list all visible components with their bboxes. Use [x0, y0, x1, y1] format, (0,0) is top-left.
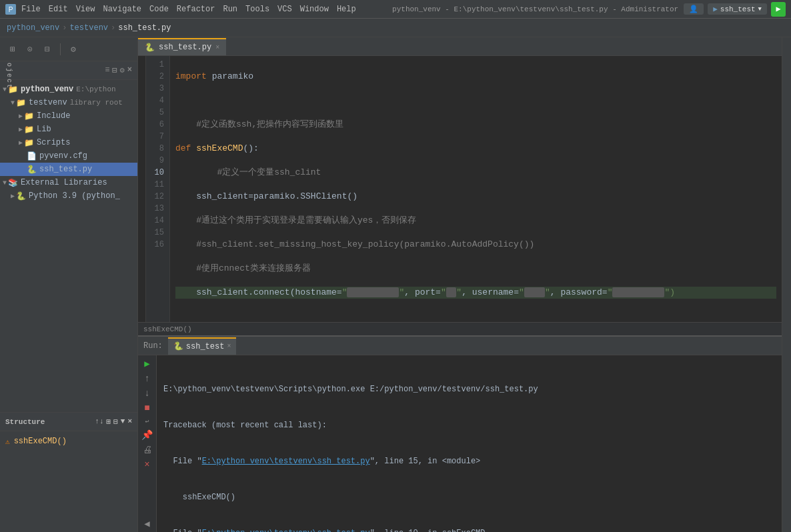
run-pin-btn[interactable]: 📌 — [141, 429, 153, 441]
folder-icon-include: 📁 — [24, 111, 34, 121]
structure-sort-icon[interactable]: ↑↓ — [95, 417, 103, 426]
project-sort-icon[interactable]: ≡ — [105, 65, 109, 75]
breadcrumb-testvenv[interactable]: testvenv — [69, 23, 108, 33]
project-panel: Project ≡ ⊟ ⚙ × ▼ 📁 python_venv E:\pytho… — [0, 61, 137, 412]
run-down-btn[interactable]: ↓ — [144, 388, 149, 399]
toolbar-settings-btn[interactable]: ⚙ — [66, 42, 81, 57]
code-content: 1 2 3 4 5 6 7 8 9 10 11 12 13 14 — [138, 56, 782, 322]
line-num-11: 11 — [151, 179, 164, 191]
project-close-icon[interactable]: × — [127, 65, 132, 75]
structure-label: Structure — [5, 418, 45, 426]
structure-header-icons: ↑↓ ⊞ ⊟ ▼ × — [95, 417, 132, 426]
menu-view[interactable]: View — [76, 5, 95, 14]
folder-icon-lib: 📁 — [24, 125, 34, 135]
tree-label-ssh-test: ssh_test.py — [39, 165, 92, 174]
run-panel: Run: 🐍 ssh_test × ▶ ↑ ↓ ■ ↩ — [138, 335, 782, 532]
structure-close-icon[interactable]: × — [127, 417, 132, 426]
toolbar-collapse-btn[interactable]: ⊟ — [40, 42, 55, 57]
tab-close-btn[interactable]: × — [215, 44, 219, 51]
run-link-2[interactable]: E:\python_venv\testvenv\ssh_test.py — [202, 529, 370, 532]
line-num-5: 5 — [151, 107, 164, 119]
structure-collapse-icon[interactable]: ⊟ — [113, 417, 118, 426]
tree-label-testvenv: testvenv — [29, 98, 67, 107]
line-num-7: 7 — [151, 131, 164, 143]
structure-header: Structure ↑↓ ⊞ ⊟ ▼ × — [0, 413, 137, 431]
structure-item-sshExeCMD[interactable]: ⚠ sshExeCMD() — [5, 434, 132, 449]
breadcrumb-file[interactable]: ssh_test.py — [118, 23, 171, 33]
run-button[interactable]: ▶ — [771, 2, 786, 17]
left-gutter — [138, 56, 146, 322]
menu-edit[interactable]: Edit — [49, 5, 68, 14]
run-stop-btn[interactable]: ■ — [144, 403, 149, 413]
tree-item-python39[interactable]: ▶ 🐍 Python 3.9 (python_ — [0, 189, 137, 203]
structure-item-label: sshExeCMD() — [14, 437, 67, 446]
code-line-8: #ssh_client.set_missing_host_key_policy(… — [175, 239, 776, 251]
run-link-1[interactable]: E:\python_venv\testvenv\ssh_test.py — [202, 457, 370, 466]
tree-item-include[interactable]: ▶ 📁 Include — [0, 109, 137, 123]
line-num-15: 15 — [151, 227, 164, 239]
menu-tools[interactable]: Tools — [245, 5, 269, 14]
code-lines[interactable]: import paramiko #定义函数ssh,把操作内容写到函数里 def … — [170, 56, 782, 322]
tree-arrow-scripts: ▶ — [19, 139, 23, 147]
run-close-btn[interactable]: × — [144, 459, 149, 470]
file-icon-py: 🐍 — [27, 165, 37, 175]
file-icon-cfg: 📄 — [27, 151, 37, 161]
tree-item-python-venv[interactable]: ▼ 📁 python_venv E:\python — [0, 83, 137, 96]
editor-tab-ssh-test[interactable]: 🐍 ssh_test.py × — [138, 38, 226, 55]
tree-hint-testvenv: library root — [70, 99, 123, 107]
project-settings-icon[interactable]: ⚙ — [120, 65, 125, 75]
menu-run[interactable]: Run — [223, 5, 237, 14]
run-config-badge[interactable]: ▶ ssh_test ▼ — [708, 3, 767, 15]
tree-item-testvenv[interactable]: ▼ 📁 testvenv library root — [0, 96, 137, 109]
tree-item-ext-libs[interactable]: ▼ 📚 External Libraries — [0, 176, 137, 189]
code-line-3: #定义函数ssh,把操作内容写到函数里 — [175, 119, 776, 131]
run-line-cmd: E:\python_venv\testvenv\Scripts\python.e… — [163, 383, 775, 395]
tree-label-scripts: Scripts — [37, 138, 70, 147]
structure-body: ⚠ sshExeCMD() — [0, 431, 137, 532]
toolbar-scope-btn[interactable]: ⊙ — [23, 42, 37, 57]
tree-arrow-lib: ▶ — [19, 125, 23, 133]
app: P File Edit View Navigate Code Refactor … — [0, 0, 791, 532]
breadcrumb-python-venv[interactable]: python_venv — [7, 23, 59, 33]
code-line-9: #使用cnnect类来连接服务器 — [175, 263, 776, 275]
user-icon: 👤 — [689, 5, 698, 13]
menu-window[interactable]: Window — [300, 5, 329, 14]
tree-label-lib: Lib — [37, 125, 51, 134]
content-area: ⊞ ⊙ ⊟ ⚙ Project ≡ ⊟ ⚙ × — [0, 37, 791, 532]
line-num-14: 14 — [151, 215, 164, 227]
structure-expand-icon[interactable]: ⊞ — [107, 417, 111, 426]
run-print-btn[interactable]: 🖨 — [143, 445, 152, 455]
python-icon: 🐍 — [16, 191, 26, 201]
menu-code[interactable]: Code — [149, 5, 169, 14]
toolbar-layout-btn[interactable]: ⊞ — [5, 42, 20, 57]
titlebar: P File Edit View Navigate Code Refactor … — [0, 0, 791, 19]
code-line-4: def sshExeCMD(): — [175, 143, 776, 155]
menu-help[interactable]: Help — [337, 5, 356, 14]
run-label: Run: — [143, 341, 163, 351]
tree-label-python39: Python 3.9 (python_ — [29, 191, 120, 201]
function-icon: ⚠ — [5, 437, 10, 446]
run-wrap-btn[interactable]: ↩ — [145, 417, 149, 425]
run-play-btn[interactable]: ▶ — [144, 358, 149, 369]
tree-item-scripts[interactable]: ▶ 📁 Scripts — [0, 136, 137, 149]
menu-vcs[interactable]: VCS — [277, 5, 292, 14]
tree-item-ssh-test[interactable]: 🐍 ssh_test.py — [0, 163, 137, 176]
run-side-toolbar: ▶ ↑ ↓ ■ ↩ 📌 🖨 × ◀ — [138, 355, 157, 532]
menu-refactor[interactable]: Refactor — [177, 5, 215, 14]
code-line-7: #通过这个类用于实现登录是需要确认输入yes，否则保存 — [175, 215, 776, 227]
structure-filter-icon[interactable]: ▼ — [121, 417, 125, 426]
project-collapse-icon[interactable]: ⊟ — [112, 65, 117, 75]
run-config-dropdown-icon: ▼ — [758, 6, 762, 13]
menu-file[interactable]: File — [21, 5, 41, 14]
toolbar-sep1 — [60, 43, 61, 55]
run-expand-btn[interactable]: ◀ — [144, 518, 149, 529]
run-tab-close[interactable]: × — [227, 343, 231, 350]
tree-arrow-python-venv: ▼ — [3, 86, 7, 93]
run-up-btn[interactable]: ↑ — [144, 373, 149, 384]
line-numbers: 1 2 3 4 5 6 7 8 9 10 11 12 13 14 — [146, 56, 170, 322]
project-header-icons: ≡ ⊟ ⚙ × — [105, 65, 132, 75]
menu-navigate[interactable]: Navigate — [103, 5, 141, 14]
tree-item-lib[interactable]: ▶ 📁 Lib — [0, 123, 137, 136]
tree-item-pyvenv[interactable]: 📄 pyvenv.cfg — [0, 149, 137, 163]
run-tab-ssh-test[interactable]: 🐍 ssh_test × — [168, 337, 237, 355]
